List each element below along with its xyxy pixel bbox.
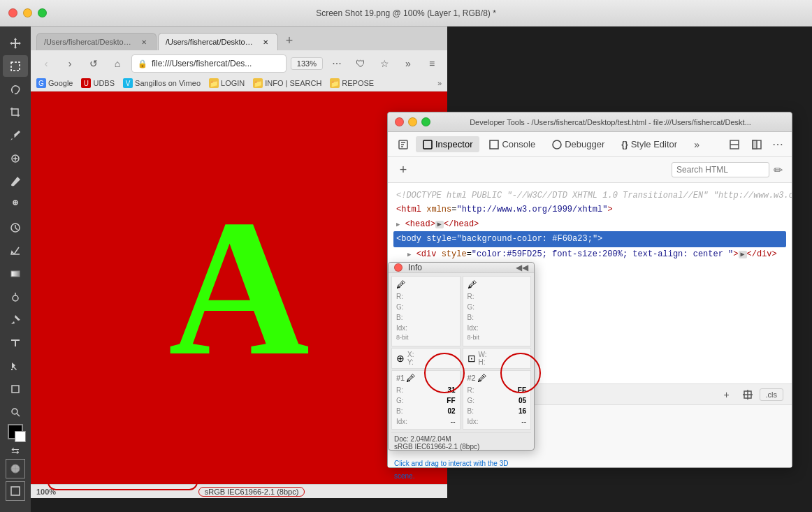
tool-move[interactable] [3,32,28,54]
titlebar-max-btn[interactable] [38,8,47,17]
devtools-close-btn[interactable] [395,117,404,126]
bookmark-repose[interactable]: 📁 REPOSE [330,78,374,88]
sample2-idx: -- [521,416,526,427]
reload-button[interactable]: ↺ [84,54,103,73]
eyedropper-2-icon[interactable]: 🖉 [467,279,477,290]
info-click-msg: Click and drag to interact with the 3D s… [391,454,531,483]
info-color-samples: #1 🖉 R: 31 G: FF B: 02 [391,370,531,430]
new-tab-button[interactable]: + [280,31,299,50]
devtools-max-btn[interactable] [421,117,430,126]
browser-tab-2[interactable]: /Users/fishercat/Desktop/test.html ✕ [158,33,278,50]
tool-healing[interactable] [3,147,28,169]
info-expand-btn[interactable]: ◀◀ [516,263,528,272]
doc-info-size: Doc: 2.04M/2.04M [394,435,528,443]
tool-lasso[interactable] [3,78,28,100]
shield-icon[interactable]: 🛡 [351,54,370,73]
info-close-btn[interactable] [394,263,403,272]
cls-tag[interactable]: .cls [760,388,784,401]
tool-path-select[interactable] [3,355,28,376]
tool-dodge[interactable] [3,286,28,307]
dimension-icon: ⊡ [467,353,476,364]
tool-zoom[interactable] [3,401,28,423]
label-r2: R: [467,291,474,302]
tab-1-label: /Users/fishercat/Desktop/test.html [44,38,135,46]
titlebar-min-btn[interactable] [23,8,32,17]
browser-bookmarks: G Google U UDBS V Sangillos on Vimeo 📁 L… [31,77,447,91]
tool-marquee[interactable] [3,55,28,77]
bookmark-star[interactable]: ☆ [375,54,394,73]
bookmark-info-search[interactable]: 📁 INFO | SEARCH [253,78,321,88]
add-node-btn[interactable]: + [393,160,413,180]
tool-eraser[interactable] [3,240,28,261]
eyedropper-1-icon[interactable]: 🖉 [396,279,405,290]
info-wh: ⊡ W: H: [463,348,532,369]
label-r1: R: [396,291,403,302]
html-line-html: <html xmlns="http://www.w3.org/1999/xhtm… [396,203,783,217]
bookmark-udbs-label: UDBS [93,79,115,87]
devtools-tab-inspector[interactable]: Inspector [416,136,479,152]
tool-history[interactable] [3,217,28,238]
bookmark-login[interactable]: 📁 LOGIN [209,78,245,88]
svg-rect-10 [11,487,20,495]
switch-colors-icon[interactable]: ⇆ [11,445,20,456]
devtools-dock-toggle[interactable] [747,135,767,154]
foreground-color[interactable] [8,424,23,439]
tab-1-close[interactable]: ✕ [139,37,149,47]
devtools-tab-console[interactable]: Console [482,136,542,152]
google-icon: G [36,78,46,88]
more-dots-button[interactable]: ··· [327,54,347,73]
devtools-options-menu[interactable]: ⋯ [769,136,786,153]
tool-brush[interactable] [3,170,28,192]
devtools-title: Developer Tools - /Users/fishercat/Deskt… [436,118,785,126]
tool-type[interactable] [3,332,28,353]
devtools-more-tabs[interactable]: » [687,135,706,154]
tool-pen[interactable] [3,309,28,330]
bookmark-vimeo[interactable]: V Sangillos on Vimeo [123,78,201,88]
screen-mode-btn[interactable] [6,481,25,501]
info-title: Info [408,263,422,272]
tab-2-close[interactable]: ✕ [261,37,270,47]
bookmark-udbs[interactable]: U UDBS [81,78,115,88]
menu-button[interactable]: ≡ [422,54,442,73]
address-text: file:///Users/fishercat/Des... [152,59,280,68]
pick-element-btn[interactable] [739,386,757,404]
add-rule-btn[interactable]: + [718,386,736,404]
bookmarks-more-button[interactable]: » [437,79,442,87]
sample-1-eyedropper[interactable]: 🖉 [406,373,415,383]
status-profile-text: sRGB IEC61966-2.1 (8bpc) [198,487,305,497]
devtools-tab-debugger[interactable]: Debugger [545,136,611,152]
background-color[interactable] [15,431,26,442]
search-html-input[interactable] [672,162,769,177]
devtools-inspect-icon[interactable] [393,135,413,154]
home-button[interactable]: ⌂ [108,54,127,73]
tool-eyedropper[interactable] [3,124,28,146]
quick-mask-btn[interactable] [6,459,25,478]
devtools-min-btn[interactable] [408,117,417,126]
browser-content: A [31,92,447,484]
browser-chrome: /Users/fishercat/Desktop/test.html ✕ /Us… [31,27,447,92]
label-g2: G: [467,302,475,312]
titlebar-close-btn[interactable] [8,8,17,17]
bookmark-google[interactable]: G Google [36,78,73,88]
browser-tab-1[interactable]: /Users/fishercat/Desktop/test.html ✕ [36,33,157,50]
address-bar[interactable]: 🔒 file:///Users/fishercat/Des... [131,54,287,73]
browser-window: /Users/fishercat/Desktop/test.html ✕ /Us… [31,27,447,498]
edit-html-btn[interactable]: ✏ [769,161,786,178]
sample-2-eyedropper[interactable]: 🖉 [477,373,486,383]
toolbar-extend[interactable]: » [398,54,418,73]
back-button[interactable]: ‹ [36,54,56,73]
devtools-tab-style-editor[interactable]: {} Style Editor [614,136,684,152]
tool-clone[interactable] [3,193,28,215]
tool-shape[interactable] [3,378,28,400]
forward-button[interactable]: › [60,54,80,73]
html-line-body[interactable]: <body style="background-color: #F60a23;"… [396,231,783,247]
sample-1-label: #1 [396,374,405,382]
html-line-doctype: <!DOCTYPE html PUBLIC "-//W3C//DTD XHTML… [396,189,783,203]
sample2-G: 05 [519,395,526,406]
zoom-badge[interactable]: 133% [291,57,323,70]
bookmark-login-label: LOGIN [221,79,245,87]
label-b2: B: [467,312,474,323]
devtools-minimize-pane[interactable] [725,135,744,154]
tool-crop[interactable] [3,101,28,123]
tool-gradient[interactable] [3,263,28,284]
